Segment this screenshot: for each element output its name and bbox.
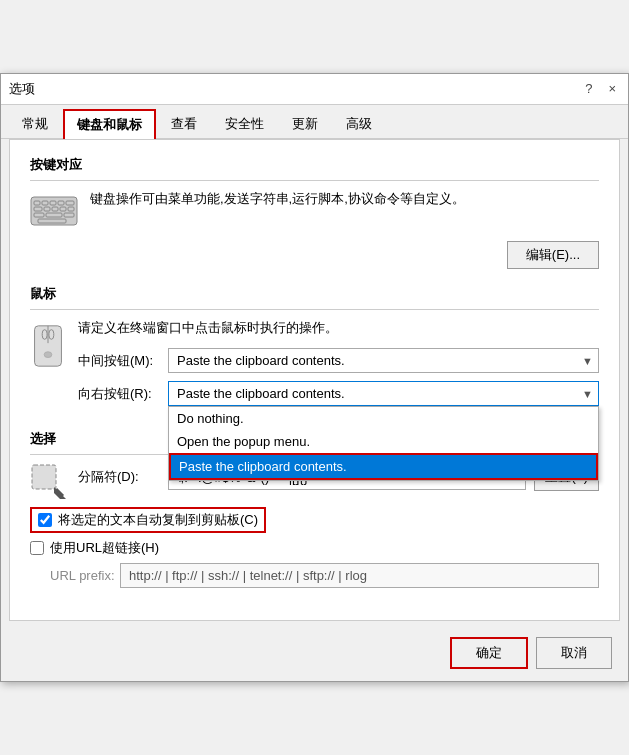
footer: 确定 取消 (1, 629, 628, 681)
window-title: 选项 (9, 80, 35, 98)
cancel-button[interactable]: 取消 (536, 637, 612, 669)
tab-keyboard-mouse[interactable]: 键盘和鼠标 (63, 109, 156, 139)
svg-rect-20 (32, 465, 56, 489)
mouse-icon (30, 322, 66, 370)
tab-view[interactable]: 查看 (158, 109, 210, 138)
url-hyperlink-label: 使用URL超链接(H) (50, 539, 159, 557)
title-bar-controls: ? × (581, 81, 620, 96)
right-button-value: Paste the clipboard contents. (177, 386, 345, 401)
mouse-section-body: 请定义在终端窗口中点击鼠标时执行的操作。 中间按钮(M): Paste the … (30, 318, 599, 415)
url-prefix-row: URL prefix: (50, 563, 599, 588)
dropdown-item-nothing[interactable]: Do nothing. (169, 407, 598, 430)
svg-rect-18 (49, 329, 54, 339)
svg-rect-1 (34, 201, 40, 205)
keyboard-section: 按键对应 (30, 156, 599, 269)
svg-rect-4 (58, 201, 64, 205)
middle-button-select-wrapper: Paste the clipboard contents. ▼ (168, 348, 599, 373)
mouse-divider (30, 309, 599, 310)
dropdown-item-paste[interactable]: Paste the clipboard contents. (169, 453, 598, 480)
right-button-select-display[interactable]: Paste the clipboard contents. (168, 381, 599, 406)
svg-rect-13 (64, 213, 74, 217)
auto-copy-label: 将选定的文本自动复制到剪贴板(C) (58, 511, 258, 529)
ok-button[interactable]: 确定 (450, 637, 528, 669)
svg-rect-3 (50, 201, 56, 205)
auto-copy-checkbox[interactable] (38, 513, 52, 527)
help-button[interactable]: ? (581, 81, 596, 96)
right-button-label: 向右按钮(R): (78, 385, 168, 403)
keyboard-section-body: 键盘操作可由菜单功能,发送字符串,运行脚本,协议命令等自定义。 (30, 189, 599, 229)
svg-rect-9 (60, 207, 66, 211)
middle-button-label: 中间按钮(M): (78, 352, 168, 370)
close-button[interactable]: × (604, 81, 620, 96)
keyboard-section-text: 键盘操作可由菜单功能,发送字符串,运行脚本,协议命令等自定义。 (90, 189, 599, 210)
checkbox2-container: 使用URL超链接(H) (30, 539, 599, 557)
mouse-section-title: 鼠标 (30, 285, 599, 303)
tab-bar: 常规 键盘和鼠标 查看 安全性 更新 高级 (1, 105, 628, 139)
url-prefix-label: URL prefix: (50, 568, 120, 583)
options-window: 选项 ? × 常规 键盘和鼠标 查看 安全性 更新 高级 按键对应 (0, 73, 629, 683)
middle-button-select[interactable]: Paste the clipboard contents. (168, 348, 599, 373)
svg-point-19 (44, 351, 52, 357)
url-prefix-input[interactable] (120, 563, 599, 588)
svg-rect-12 (46, 213, 62, 217)
url-hyperlink-checkbox[interactable] (30, 541, 44, 555)
tab-general[interactable]: 常规 (9, 109, 61, 138)
tab-update[interactable]: 更新 (279, 109, 331, 138)
svg-rect-7 (44, 207, 50, 211)
svg-rect-11 (34, 213, 44, 217)
mouse-section: 鼠标 请定义在终端窗口中点击鼠标时执行的操作。 中间按钮(M): (30, 285, 599, 415)
right-select-arrow: ▼ (582, 388, 593, 400)
tab-security[interactable]: 安全性 (212, 109, 277, 138)
mouse-description: 请定义在终端窗口中点击鼠标时执行的操作。 (78, 318, 599, 339)
svg-rect-5 (66, 201, 74, 205)
svg-rect-14 (38, 219, 66, 223)
svg-rect-2 (42, 201, 48, 205)
right-button-dropdown: Do nothing. Open the popup menu. Paste t… (168, 406, 599, 481)
mouse-options: 请定义在终端窗口中点击鼠标时执行的操作。 中间按钮(M): Paste the … (78, 318, 599, 415)
double-click-label: 分隔符(D): (78, 468, 168, 486)
checkbox2-label-wrapper[interactable]: 使用URL超链接(H) (30, 539, 159, 557)
tab-content: 按键对应 (9, 139, 620, 622)
keyboard-description: 键盘操作可由菜单功能,发送字符串,运行脚本,协议命令等自定义。 (90, 189, 599, 210)
right-button-select-wrapper: Paste the clipboard contents. ▼ Do nothi… (168, 381, 599, 406)
keyboard-icon (30, 193, 78, 229)
title-bar: 选项 ? × (1, 74, 628, 105)
svg-rect-17 (42, 329, 47, 339)
middle-button-row: 中间按钮(M): Paste the clipboard contents. ▼ (78, 348, 599, 373)
svg-rect-10 (68, 207, 74, 211)
dropdown-item-popup[interactable]: Open the popup menu. (169, 430, 598, 453)
checkbox1-label-wrapper[interactable]: 将选定的文本自动复制到剪贴板(C) (30, 507, 266, 533)
checkbox1-container: 将选定的文本自动复制到剪贴板(C) (30, 507, 599, 533)
right-button-row: 向右按钮(R): Paste the clipboard contents. ▼… (78, 381, 599, 406)
keyboard-divider (30, 180, 599, 181)
svg-rect-8 (52, 207, 58, 211)
edit-button[interactable]: 编辑(E)... (507, 241, 599, 269)
tab-advanced[interactable]: 高级 (333, 109, 385, 138)
selection-icon (30, 463, 66, 499)
keyboard-section-title: 按键对应 (30, 156, 599, 174)
svg-rect-6 (34, 207, 42, 211)
edit-btn-row: 编辑(E)... (30, 241, 599, 269)
